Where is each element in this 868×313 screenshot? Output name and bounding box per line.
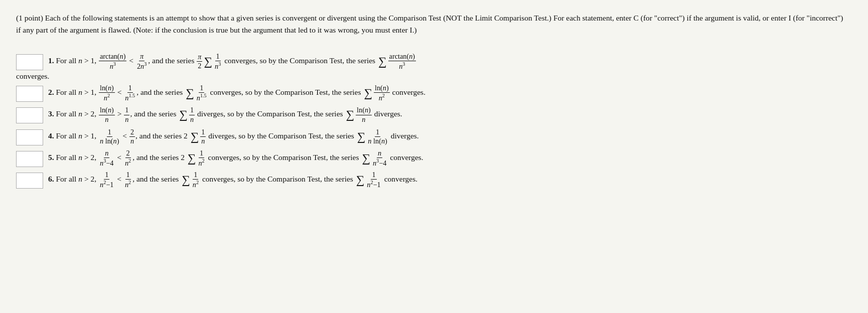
problem-content-6: 6. For all n > 2, 1n2−1 < 1n2 , and the … [48, 171, 852, 189]
problem-num-4: 4. [48, 131, 54, 140]
problem-content-5: 5. For all n > 2, nn3−4 < 2n2 , and the … [48, 149, 852, 168]
problem-num-6: 6. [48, 175, 54, 183]
answer-input-5[interactable] [16, 151, 43, 167]
answer-input-6[interactable] [16, 173, 43, 189]
problem-num-1: 1. [48, 56, 54, 65]
problem-row-1: 1. For all n > 1, arctan(n)n3 < π2n3 , a… [16, 52, 852, 81]
problem-num-3: 3. [48, 110, 54, 118]
problem-content-2: 2. For all n > 1, ln(n)n2 < 1n1.5 , and … [48, 84, 852, 102]
problems-container: 1. For all n > 1, arctan(n)n3 < π2n3 , a… [16, 52, 852, 192]
intro-text: (1 point) Each of the following statemen… [16, 12, 844, 36]
answer-input-1[interactable] [16, 54, 43, 70]
problem-content-1: 1. For all n > 1, arctan(n)n3 < π2n3 , a… [48, 52, 852, 71]
problem-num-5: 5. [48, 153, 54, 162]
answer-input-2[interactable] [16, 86, 43, 102]
problem-num-2: 2. [48, 88, 54, 96]
problem-content-3: 3. For all n > 2, ln(n)n > 1n , and the … [48, 105, 852, 124]
problem-row-2: 2. For all n > 1, ln(n)n2 < 1n1.5 , and … [16, 84, 852, 102]
problem-content-4: 4. For all n > 1, 1n ln(n) < 2n , and th… [48, 127, 852, 146]
answer-input-4[interactable] [16, 129, 43, 145]
answer-input-3[interactable] [16, 107, 43, 123]
problem-row-6: 6. For all n > 2, 1n2−1 < 1n2 , and the … [16, 171, 852, 189]
problem-1-converges: converges. [16, 72, 852, 81]
problem-row-4: 4. For all n > 1, 1n ln(n) < 2n , and th… [16, 127, 852, 146]
problem-row-5: 5. For all n > 2, nn3−4 < 2n2 , and the … [16, 149, 852, 168]
intro-paragraph: (1 point) Each of the following statemen… [16, 12, 852, 36]
problem-row-3: 3. For all n > 2, ln(n)n > 1n , and the … [16, 105, 852, 124]
